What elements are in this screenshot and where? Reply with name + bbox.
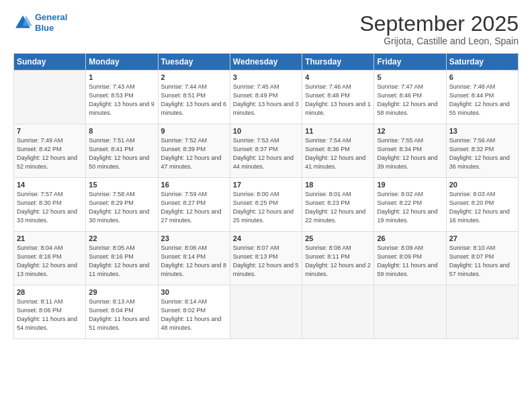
- calendar-header-wednesday: Wednesday: [230, 54, 302, 71]
- day-number: 30: [161, 288, 227, 296]
- calendar-cell: [302, 285, 374, 339]
- calendar-cell: 12Sunrise: 7:55 AMSunset: 8:34 PMDayligh…: [374, 124, 446, 178]
- calendar-header-sunday: Sunday: [14, 54, 86, 71]
- day-number: 1: [89, 73, 154, 81]
- calendar-header-tuesday: Tuesday: [158, 54, 230, 71]
- calendar-header-row: SundayMondayTuesdayWednesdayThursdayFrid…: [14, 54, 519, 71]
- calendar-cell: [374, 285, 446, 339]
- calendar-cell: 26Sunrise: 8:09 AMSunset: 8:09 PMDayligh…: [374, 232, 446, 285]
- calendar-week-row: 7Sunrise: 7:49 AMSunset: 8:42 PMDaylight…: [14, 124, 519, 178]
- day-number: 21: [17, 234, 83, 242]
- calendar-cell: [446, 285, 518, 339]
- day-number: 20: [449, 181, 515, 189]
- day-info: Sunrise: 7:49 AMSunset: 8:42 PMDaylight:…: [17, 136, 83, 171]
- day-info: Sunrise: 8:14 AMSunset: 8:02 PMDaylight:…: [161, 298, 227, 332]
- calendar-cell: 30Sunrise: 8:14 AMSunset: 8:02 PMDayligh…: [158, 285, 230, 339]
- day-info: Sunrise: 8:04 AMSunset: 8:18 PMDaylight:…: [17, 244, 83, 279]
- calendar-cell: 3Sunrise: 7:45 AMSunset: 8:49 PMDaylight…: [230, 71, 302, 124]
- day-info: Sunrise: 7:46 AMSunset: 8:48 PMDaylight:…: [305, 83, 371, 118]
- calendar-cell: 5Sunrise: 7:47 AMSunset: 8:46 PMDaylight…: [374, 71, 446, 124]
- calendar-cell: 25Sunrise: 8:08 AMSunset: 8:11 PMDayligh…: [302, 232, 374, 285]
- day-info: Sunrise: 8:11 AMSunset: 8:06 PMDaylight:…: [17, 298, 83, 332]
- day-number: 15: [89, 181, 154, 189]
- calendar-cell: 11Sunrise: 7:54 AMSunset: 8:36 PMDayligh…: [302, 124, 374, 178]
- day-info: Sunrise: 7:56 AMSunset: 8:32 PMDaylight:…: [449, 136, 515, 171]
- calendar-cell: 22Sunrise: 8:05 AMSunset: 8:16 PMDayligh…: [86, 232, 158, 285]
- day-number: 13: [449, 127, 515, 135]
- month-title: September 2025: [359, 12, 519, 36]
- day-number: 27: [449, 234, 515, 242]
- logo: General Blue: [13, 12, 67, 33]
- day-info: Sunrise: 7:55 AMSunset: 8:34 PMDaylight:…: [377, 136, 443, 171]
- calendar-header-monday: Monday: [86, 54, 158, 71]
- day-number: 16: [161, 181, 227, 189]
- calendar-cell: 7Sunrise: 7:49 AMSunset: 8:42 PMDaylight…: [14, 124, 86, 178]
- day-number: 29: [89, 288, 154, 296]
- day-info: Sunrise: 7:54 AMSunset: 8:36 PMDaylight:…: [305, 136, 371, 171]
- day-number: 26: [377, 234, 443, 242]
- day-info: Sunrise: 7:59 AMSunset: 8:27 PMDaylight:…: [161, 190, 227, 225]
- day-number: 4: [305, 73, 371, 81]
- day-info: Sunrise: 8:01 AMSunset: 8:23 PMDaylight:…: [305, 190, 371, 225]
- day-number: 22: [89, 234, 154, 242]
- calendar-cell: [230, 285, 302, 339]
- logo-text: General Blue: [35, 12, 67, 33]
- logo-line2: Blue: [35, 23, 54, 33]
- day-number: 25: [305, 234, 371, 242]
- day-number: 2: [161, 73, 227, 81]
- calendar-cell: 8Sunrise: 7:51 AMSunset: 8:41 PMDaylight…: [86, 124, 158, 178]
- calendar-table: SundayMondayTuesdayWednesdayThursdayFrid…: [13, 53, 519, 339]
- calendar-cell: 6Sunrise: 7:48 AMSunset: 8:44 PMDaylight…: [446, 71, 518, 124]
- calendar-cell: 15Sunrise: 7:58 AMSunset: 8:29 PMDayligh…: [86, 178, 158, 232]
- calendar-header-saturday: Saturday: [446, 54, 518, 71]
- calendar-week-row: 14Sunrise: 7:57 AMSunset: 8:30 PMDayligh…: [14, 178, 519, 232]
- day-info: Sunrise: 8:06 AMSunset: 8:14 PMDaylight:…: [161, 244, 227, 279]
- day-info: Sunrise: 7:43 AMSunset: 8:53 PMDaylight:…: [89, 83, 154, 118]
- calendar-header-friday: Friday: [374, 54, 446, 71]
- calendar-cell: 21Sunrise: 8:04 AMSunset: 8:18 PMDayligh…: [14, 232, 86, 285]
- day-info: Sunrise: 7:57 AMSunset: 8:30 PMDaylight:…: [17, 190, 83, 225]
- header: General Blue September 2025 Grijota, Cas…: [13, 12, 519, 46]
- page-container: General Blue September 2025 Grijota, Cas…: [0, 0, 532, 346]
- day-number: 23: [161, 234, 227, 242]
- calendar-header-thursday: Thursday: [302, 54, 374, 71]
- calendar-cell: 1Sunrise: 7:43 AMSunset: 8:53 PMDaylight…: [86, 71, 158, 124]
- day-number: 18: [305, 181, 371, 189]
- day-info: Sunrise: 7:58 AMSunset: 8:29 PMDaylight:…: [89, 190, 154, 225]
- calendar-cell: 9Sunrise: 7:52 AMSunset: 8:39 PMDaylight…: [158, 124, 230, 178]
- calendar-cell: 27Sunrise: 8:10 AMSunset: 8:07 PMDayligh…: [446, 232, 518, 285]
- day-info: Sunrise: 8:07 AMSunset: 8:13 PMDaylight:…: [233, 244, 299, 279]
- day-number: 11: [305, 127, 371, 135]
- day-info: Sunrise: 8:03 AMSunset: 8:20 PMDaylight:…: [449, 190, 515, 225]
- calendar-cell: 18Sunrise: 8:01 AMSunset: 8:23 PMDayligh…: [302, 178, 374, 232]
- logo-icon: [13, 13, 32, 32]
- day-number: 5: [377, 73, 443, 81]
- day-info: Sunrise: 8:09 AMSunset: 8:09 PMDaylight:…: [377, 244, 443, 279]
- day-info: Sunrise: 7:51 AMSunset: 8:41 PMDaylight:…: [89, 136, 154, 171]
- calendar-week-row: 28Sunrise: 8:11 AMSunset: 8:06 PMDayligh…: [14, 285, 519, 339]
- calendar-cell: 14Sunrise: 7:57 AMSunset: 8:30 PMDayligh…: [14, 178, 86, 232]
- day-info: Sunrise: 7:47 AMSunset: 8:46 PMDaylight:…: [377, 83, 443, 118]
- day-number: 24: [233, 234, 299, 242]
- calendar-cell: [14, 71, 86, 124]
- day-number: 14: [17, 181, 83, 189]
- day-number: 6: [449, 73, 515, 81]
- calendar-cell: 4Sunrise: 7:46 AMSunset: 8:48 PMDaylight…: [302, 71, 374, 124]
- day-info: Sunrise: 7:53 AMSunset: 8:37 PMDaylight:…: [233, 136, 299, 171]
- title-block: September 2025 Grijota, Castille and Leo…: [359, 12, 519, 46]
- calendar-cell: 23Sunrise: 8:06 AMSunset: 8:14 PMDayligh…: [158, 232, 230, 285]
- day-number: 28: [17, 288, 83, 296]
- day-info: Sunrise: 8:13 AMSunset: 8:04 PMDaylight:…: [89, 298, 154, 332]
- day-number: 10: [233, 127, 299, 135]
- day-info: Sunrise: 8:02 AMSunset: 8:22 PMDaylight:…: [377, 190, 443, 225]
- day-number: 3: [233, 73, 299, 81]
- day-number: 12: [377, 127, 443, 135]
- calendar-cell: 16Sunrise: 7:59 AMSunset: 8:27 PMDayligh…: [158, 178, 230, 232]
- day-info: Sunrise: 8:10 AMSunset: 8:07 PMDaylight:…: [449, 244, 515, 279]
- day-info: Sunrise: 8:00 AMSunset: 8:25 PMDaylight:…: [233, 190, 299, 225]
- day-number: 17: [233, 181, 299, 189]
- day-info: Sunrise: 8:05 AMSunset: 8:16 PMDaylight:…: [89, 244, 154, 279]
- calendar-cell: 2Sunrise: 7:44 AMSunset: 8:51 PMDaylight…: [158, 71, 230, 124]
- calendar-week-row: 21Sunrise: 8:04 AMSunset: 8:18 PMDayligh…: [14, 232, 519, 285]
- calendar-week-row: 1Sunrise: 7:43 AMSunset: 8:53 PMDaylight…: [14, 71, 519, 124]
